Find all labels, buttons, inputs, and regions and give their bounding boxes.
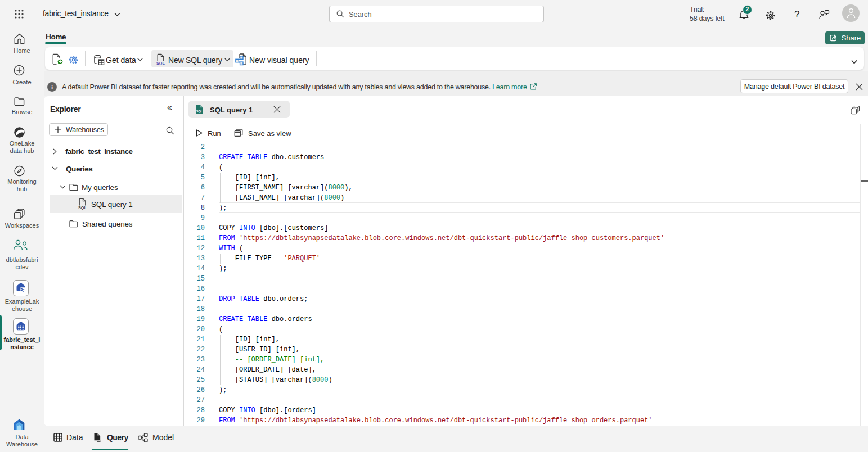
- svg-text:SQL: SQL: [156, 61, 165, 66]
- svg-text:SQL: SQL: [196, 110, 203, 113]
- svg-text:SQL: SQL: [78, 205, 87, 210]
